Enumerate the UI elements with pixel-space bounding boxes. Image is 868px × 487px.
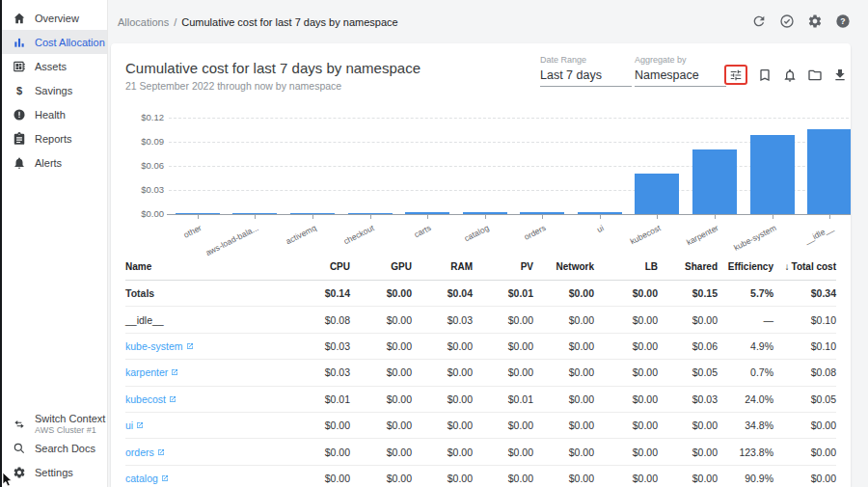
column-header-ram[interactable]: RAM	[412, 261, 473, 272]
sidebar-item-overview[interactable]: Overview	[0, 6, 107, 30]
cell-idle-efficiency: —	[718, 314, 773, 326]
footer-item-label: Switch Context	[35, 413, 105, 424]
column-header-network[interactable]: Network	[533, 261, 594, 272]
column-header-gpu[interactable]: GPU	[350, 261, 412, 272]
column-header-cpu[interactable]: CPU	[290, 261, 350, 272]
cell-totals-ram: $0.04	[412, 287, 473, 299]
sort-desc-icon: ↓	[785, 261, 790, 272]
column-header-efficiency[interactable]: Efficiency	[718, 261, 773, 272]
cell-kubecost-lb: $0.00	[594, 393, 658, 405]
cell-catalog-ram: $0.00	[412, 473, 473, 484]
cell-ui-cpu: $0.00	[290, 419, 350, 431]
svg-text:?: ?	[840, 16, 845, 26]
sidebar-item-label: Savings	[35, 85, 72, 96]
sidebar-footer-search-docs[interactable]: Search Docs	[0, 436, 107, 460]
sidebar-item-label: Cost Allocation	[35, 37, 105, 48]
bar-other[interactable]	[176, 213, 220, 214]
bar-carts[interactable]	[405, 212, 449, 214]
row-name-label: kubecost	[125, 393, 166, 405]
bar-karpenter[interactable]	[692, 149, 737, 214]
bar-orders[interactable]	[520, 212, 564, 214]
cell-kube-system-cpu: $0.03	[290, 340, 350, 352]
cell-karpenter-total-cost: $0.08	[773, 366, 836, 378]
bar-aws-load-bala[interactable]	[232, 213, 277, 214]
y-axis-tick-label: $0.09	[125, 136, 164, 147]
refresh-icon[interactable]	[751, 14, 767, 29]
table-row-kube-system: kube-system$0.03$0.00$0.00$0.00$0.00$0.0…	[125, 334, 836, 360]
y-axis-tick-label: $0.12	[125, 112, 164, 122]
sidebar-item-alerts[interactable]: Alerts	[0, 150, 107, 175]
row-name-link[interactable]: kubecost	[125, 393, 176, 405]
help-icon[interactable]: ?	[835, 14, 851, 29]
cell-kube-system-network: $0.00	[533, 340, 594, 352]
external-link-icon	[171, 368, 178, 376]
cell-catalog-cpu: $0.00	[290, 473, 350, 484]
sidebar-item-label: Overview	[35, 13, 79, 24]
sidebar-item-savings[interactable]: $Savings	[0, 78, 107, 102]
external-link-icon	[136, 421, 144, 429]
cell-idle-total-cost: $0.10	[773, 314, 836, 326]
breadcrumb-parent[interactable]: Allocations	[118, 16, 169, 28]
column-header-pv[interactable]: PV	[473, 261, 533, 272]
cell-catalog-total-cost: $0.00	[773, 473, 836, 484]
gridline	[169, 190, 851, 191]
window-left-edge	[0, 0, 2, 487]
sidebar-footer-settings[interactable]: Settings	[0, 460, 107, 484]
x-axis-tick	[600, 215, 601, 219]
bar-activemq[interactable]	[290, 213, 335, 214]
kubecost-app: OverviewCost AllocationAssets$SavingsHea…	[0, 0, 868, 487]
row-name-label: orders	[125, 446, 154, 458]
cell-totals-lb: $0.00	[594, 287, 658, 299]
cell-kube-system-shared: $0.06	[658, 340, 718, 352]
sidebar-item-reports[interactable]: Reports	[0, 126, 107, 150]
column-header-total-cost[interactable]: ↓Total cost	[773, 261, 836, 272]
table-row-ui: ui$0.00$0.00$0.00$0.00$0.00$0.00$0.0034.…	[125, 413, 836, 439]
table-row-totals: Totals$0.14$0.00$0.04$0.01$0.00$0.00$0.1…	[125, 281, 836, 307]
cell-karpenter-shared: $0.05	[658, 366, 718, 378]
bar-catalog[interactable]	[463, 212, 507, 214]
x-axis-tick	[255, 215, 256, 219]
table-row-orders: orders$0.00$0.00$0.00$0.00$0.00$0.00$0.0…	[125, 439, 836, 465]
cell-idle-ram: $0.03	[412, 314, 473, 326]
bar-ui[interactable]	[578, 212, 622, 214]
check-circle-icon[interactable]	[779, 14, 795, 29]
gear-icon[interactable]	[807, 14, 823, 29]
column-header-shared[interactable]: Shared	[658, 261, 718, 272]
table-header-row: NameCPUGPURAMPVNetworkLBSharedEfficiency…	[125, 254, 836, 281]
cell-kubecost-gpu: $0.00	[350, 393, 412, 405]
row-name-link[interactable]: karpenter	[125, 366, 178, 378]
home-icon	[13, 12, 26, 25]
table-row-idle: __idle__$0.08$0.00$0.03$0.00$0.00$0.00$0…	[125, 307, 836, 333]
row-name-link[interactable]: kube-system	[125, 340, 194, 352]
row-name-link[interactable]: catalog	[125, 473, 169, 484]
row-name-label: kube-system	[125, 340, 183, 352]
sidebar-item-cost-allocation[interactable]: Cost Allocation	[0, 30, 107, 54]
cell-catalog-network: $0.00	[533, 473, 594, 484]
sidebar-item-health[interactable]: Health	[0, 102, 107, 126]
bar-kubecost[interactable]	[635, 174, 679, 214]
cell-orders-gpu: $0.00	[350, 446, 412, 458]
sidebar-item-label: Reports	[35, 133, 72, 145]
bar-kube-system[interactable]	[750, 135, 795, 214]
y-axis-tick-label: $0.00	[125, 208, 164, 219]
column-header-label: Total cost	[792, 261, 836, 272]
sidebar-footer-switch-context[interactable]: Switch ContextAWS Cluster #1	[0, 412, 107, 436]
x-axis-tick	[715, 215, 716, 219]
cell-kubecost-ram: $0.00	[412, 393, 473, 405]
sidebar-item-assets[interactable]: Assets	[0, 54, 107, 78]
column-header-lb[interactable]: LB	[594, 261, 658, 272]
x-axis-tick	[542, 215, 543, 219]
bar-idle[interactable]	[807, 129, 851, 214]
cell-orders-ram: $0.00	[412, 446, 473, 458]
row-name-link[interactable]: ui	[125, 419, 144, 431]
row-name-label: __idle__	[125, 314, 290, 326]
breadcrumb-current: Cumulative cost for last 7 days by names…	[181, 16, 397, 28]
row-name-link[interactable]: orders	[125, 446, 165, 458]
x-axis-tick	[198, 215, 199, 219]
column-header-name[interactable]: Name	[125, 261, 290, 272]
cell-idle-shared: $0.00	[658, 314, 718, 326]
cell-kube-system-ram: $0.00	[412, 340, 473, 352]
alerts-bell-icon	[13, 156, 26, 170]
bar-checkout[interactable]	[348, 213, 393, 214]
cell-totals-efficiency: 5.7%	[718, 287, 773, 299]
